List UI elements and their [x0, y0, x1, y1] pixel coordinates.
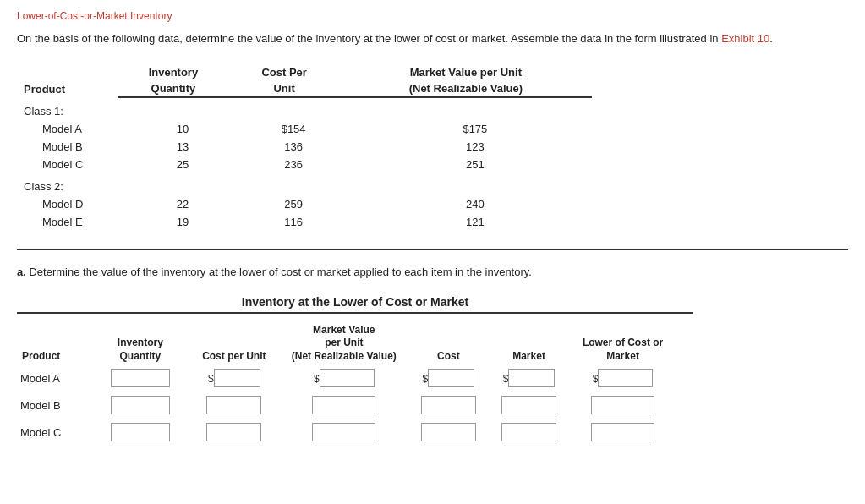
- cpu-model-e: 116: [229, 213, 340, 231]
- col-header-inventory: Inventory: [118, 64, 228, 80]
- product-model-d: Model D: [17, 195, 118, 213]
- product-model-c: Model C: [17, 156, 118, 173]
- col-subheader-unit: Unit: [229, 80, 340, 97]
- ans-mv-input-a[interactable]: [320, 369, 375, 387]
- answer-row-model-b: Model B: [17, 392, 676, 419]
- cpu-model-c: 236: [229, 156, 340, 173]
- ans-mv-input-b[interactable]: [312, 396, 375, 414]
- mv-model-c: 251: [340, 156, 592, 173]
- ans-market-cell-a: $: [489, 364, 569, 392]
- question-label: a.: [17, 266, 26, 278]
- intro-text: On the basis of the following data, dete…: [17, 30, 848, 47]
- ans-market-cell-c: [489, 419, 569, 446]
- table-row: Model D 22 259 240: [17, 195, 592, 213]
- ans-cost-input-b[interactable]: [421, 396, 476, 414]
- ans-cpu-input-c[interactable]: [206, 423, 261, 441]
- ans-mv-cell-a: $: [280, 364, 408, 392]
- answer-row-model-c: Model C: [17, 419, 676, 446]
- ans-lower-cell-c: [569, 419, 676, 446]
- ans-market-input-b[interactable]: [501, 396, 556, 414]
- mv-model-b: 123: [340, 138, 592, 156]
- qty-model-c: 25: [118, 156, 228, 173]
- ans-col-cost-pu: Cost per Unit: [189, 322, 280, 365]
- table-row: Model B 13 136 123: [17, 138, 592, 156]
- page-title: Lower-of-Cost-or-Market Inventory: [17, 10, 848, 22]
- cpu-model-b: 136: [229, 138, 340, 156]
- ans-col-market: Market: [489, 322, 569, 365]
- ans-qty-input-a[interactable]: [111, 369, 170, 387]
- ans-cost-input-a[interactable]: [428, 369, 474, 387]
- ans-cpu-cell-b: [189, 392, 280, 419]
- table-row: Model C 25 236 251: [17, 156, 592, 173]
- ans-lower-cell-b: [569, 392, 676, 419]
- product-model-a: Model A: [17, 120, 118, 138]
- ans-cpu-input-a[interactable]: [214, 369, 260, 387]
- ans-lower-input-c[interactable]: [591, 423, 654, 441]
- cpu-model-d: 259: [229, 195, 340, 213]
- ans-mv-cell-c: [280, 419, 408, 446]
- data-table: Product Inventory Cost Per Market Value …: [17, 64, 592, 231]
- answer-table-title: Inventory at the Lower of Cost or Market: [17, 295, 693, 309]
- ans-col-inv-qty: Inventory Quantity: [92, 322, 189, 365]
- answer-row-model-a: Model A $ $ $ $ $: [17, 364, 676, 392]
- ans-col-cost: Cost: [408, 322, 489, 365]
- ans-product-model-a: Model A: [17, 364, 92, 392]
- ans-col-mv-pu: Market Valueper Unit(Net Realizable Valu…: [280, 322, 408, 365]
- table-row: Model E 19 116 121: [17, 213, 592, 231]
- col-header-cost-per: Cost Per: [229, 64, 340, 80]
- ans-cost-input-c[interactable]: [421, 423, 476, 441]
- ans-col-product: Product: [17, 322, 92, 365]
- dollar-sign-lower-a: $: [593, 373, 599, 385]
- col-header-market: Market Value per Unit: [340, 64, 592, 80]
- dollar-sign-mv-a: $: [314, 373, 320, 385]
- ans-qty-input-c[interactable]: [111, 423, 170, 441]
- qty-model-a: 10: [118, 120, 228, 138]
- question-text: a. Determine the value of the inventory …: [17, 266, 848, 278]
- ans-qty-input-b[interactable]: [111, 396, 170, 414]
- mv-model-a: $175: [340, 120, 592, 138]
- class2-row: Class 2:: [17, 173, 592, 195]
- dollar-sign-cost-a: $: [423, 373, 429, 385]
- ans-market-cell-b: [489, 392, 569, 419]
- class1-row: Class 1:: [17, 97, 592, 120]
- mv-model-d: 240: [340, 195, 592, 213]
- product-model-e: Model E: [17, 213, 118, 231]
- qty-model-b: 13: [118, 138, 228, 156]
- class1-label: Class 1:: [17, 97, 592, 120]
- col-header-product: Product: [17, 64, 118, 97]
- ans-lower-input-a[interactable]: [598, 369, 653, 387]
- ans-cost-cell-b: [408, 392, 489, 419]
- ans-cost-cell-c: [408, 419, 489, 446]
- ans-cpu-input-b[interactable]: [206, 396, 261, 414]
- divider: [17, 249, 848, 250]
- ans-lower-cell-a: $: [569, 364, 676, 392]
- qty-model-e: 19: [118, 213, 228, 231]
- answer-table: Product Inventory Quantity Cost per Unit…: [17, 322, 676, 446]
- ans-lower-input-b[interactable]: [591, 396, 654, 414]
- ans-product-model-c: Model C: [17, 419, 92, 446]
- ans-qty-cell-a: [92, 364, 189, 392]
- col-subheader-quantity: Quantity: [118, 80, 228, 97]
- qty-model-d: 22: [118, 195, 228, 213]
- table-row: Model A 10 $154 $175: [17, 120, 592, 138]
- ans-qty-cell-c: [92, 419, 189, 446]
- product-model-b: Model B: [17, 138, 118, 156]
- exhibit-link[interactable]: Exhibit 10: [721, 32, 769, 45]
- class2-label: Class 2:: [17, 173, 592, 195]
- ans-market-input-a[interactable]: [508, 369, 555, 387]
- col-subheader-net-realizable: (Net Realizable Value): [340, 80, 592, 97]
- mv-model-e: 121: [340, 213, 592, 231]
- ans-col-lower: Lower of Cost or Market: [569, 322, 676, 365]
- cpu-model-a: $154: [229, 120, 340, 138]
- ans-mv-input-c[interactable]: [312, 423, 375, 441]
- ans-cpu-cell-a: $: [189, 364, 280, 392]
- ans-product-model-b: Model B: [17, 392, 92, 419]
- answer-table-title-divider: [17, 312, 693, 314]
- ans-market-input-c[interactable]: [501, 423, 556, 441]
- ans-cpu-cell-c: [189, 419, 280, 446]
- ans-mv-cell-b: [280, 392, 408, 419]
- dollar-sign-cpu-a: $: [208, 373, 214, 385]
- ans-qty-cell-b: [92, 392, 189, 419]
- dollar-sign-market-a: $: [503, 373, 509, 385]
- ans-cost-cell-a: $: [408, 364, 489, 392]
